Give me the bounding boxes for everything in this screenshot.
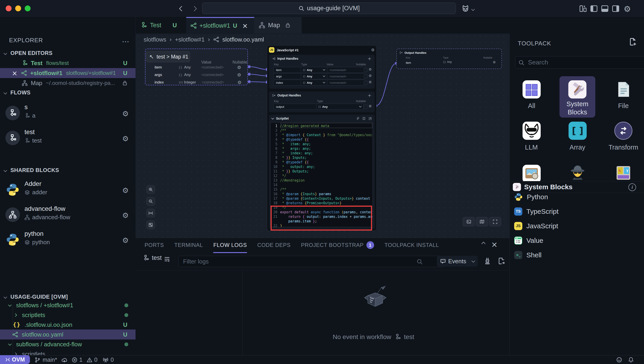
zoom-in-button[interactable] [146,185,155,194]
input-value-field[interactable]: <connected> [327,73,366,79]
toggle-right-sidebar-icon[interactable] [612,5,620,13]
panel-collapse-icon[interactable] [482,242,485,246]
category-llm-icon[interactable] [522,122,541,140]
row-gear-icon[interactable]: ⚙ [493,60,496,64]
output-key-field[interactable]: output [274,104,317,110]
input-type-select[interactable]: {} Any [301,80,328,86]
tree-item-yaml-file-selected[interactable]: slotflow.oo.yaml U [0,329,136,339]
zoom-out-button[interactable] [146,197,155,206]
open-external-icon[interactable] [368,117,372,120]
minimize-window-button[interactable] [15,6,21,11]
close-window-button[interactable] [6,6,12,11]
nullable-checkbox[interactable] [364,105,368,109]
block-item-shell[interactable]: >_ Shell [514,248,542,262]
export-logs-icon[interactable] [498,257,505,265]
log-view-mode-icon[interactable] [164,256,170,263]
block-item-typescript[interactable]: TS TypeScript [514,204,558,219]
category-all-icon[interactable] [522,80,541,98]
tree-item-subflows[interactable]: subflows / advanced-flow [0,339,136,349]
settings-gear-icon[interactable]: ⚙ [624,4,631,14]
javascript-node[interactable]: JS JavaScript #1 ⚙ Input Handles + Key T… [267,45,376,231]
docs-icon[interactable] [362,117,366,120]
flow-list-item[interactable]: s a ⚙ [6,103,136,125]
input-value-field[interactable]: <connected> [327,67,366,73]
maximize-window-button[interactable] [25,6,30,11]
input-type-select[interactable]: {} Any [301,73,328,79]
tab-test[interactable]: Test U [136,17,186,33]
workspace-chevron-icon[interactable] [4,295,6,299]
console-view-button[interactable] [463,217,475,227]
add-input-icon[interactable]: + [368,56,372,61]
assistant-chevron-icon[interactable] [472,7,474,11]
forward-icon[interactable] [192,5,199,12]
panel-tab-toolpack-install[interactable]: TOOLPACK INSTALL [384,238,439,252]
problems-status[interactable]: 1 0 [72,355,98,364]
tab-close-icon[interactable]: × [242,22,248,30]
feedback-smiley-icon[interactable] [616,357,622,363]
flow-settings-gear-icon[interactable]: ⚙ [122,109,129,118]
close-icon[interactable]: × [12,69,18,77]
git-branch-status[interactable]: main* [34,355,68,364]
panel-tab-project-bootstrap[interactable]: PROJECT BOOTSTRAP 1 [301,238,374,252]
panel-tab-ports[interactable]: PORTS [144,238,164,252]
input-value-field[interactable]: <connected> [327,80,366,86]
panel-tab-flow-logs[interactable]: FLOW LOGS [213,237,247,253]
node-gear-icon[interactable]: ⚙ [371,48,374,52]
toggle-left-sidebar-icon[interactable] [590,5,598,13]
map-node-title-chip[interactable]: ↖ test > Map #1 [146,51,190,62]
nullable-checkbox[interactable] [364,68,368,72]
tab-slotflow-active[interactable]: +slotflow#1 U × [186,17,254,33]
filter-logs-input[interactable] [178,256,444,267]
toolpack-search-input[interactable] [515,56,644,69]
output-slot-node[interactable]: Output Handles Key Type Nullable item {}… [396,49,502,69]
panel-close-icon[interactable]: × [491,240,498,249]
tab-map[interactable]: Map [254,17,302,33]
block-item-value[interactable]: Value [514,233,544,248]
category-transform-icon[interactable] [614,122,632,140]
panel-tab-code-deps[interactable]: CODE DEPS [258,238,291,252]
row-gear-icon[interactable]: ⚙ [237,65,241,70]
category-array-icon[interactable]: [ ] [568,122,587,140]
input-key-field[interactable]: args [274,73,302,79]
input-key-field[interactable]: index [274,80,302,86]
ports-status[interactable]: 0 [102,355,114,364]
block-settings-gear-icon[interactable]: ⚙ [122,186,129,195]
open-editors-chevron-icon[interactable] [4,51,6,55]
flow-settings-gear-icon[interactable]: ⚙ [122,134,129,143]
panel-tab-terminal[interactable]: TERMINAL [174,238,203,252]
input-type-select[interactable]: {} Any [301,67,328,73]
category-file-icon[interactable] [614,80,632,98]
layout-icon[interactable] [579,5,587,13]
category-system-blocks-icon[interactable] [568,80,586,98]
notifications-bell-icon[interactable] [628,357,634,363]
global-search[interactable]: usage-guide [OVM] [202,3,456,14]
block-settings-gear-icon[interactable]: ⚙ [122,236,129,245]
events-dropdown[interactable]: Events [437,256,478,267]
open-editor-item-selected[interactable]: × +slotflow#1 slotflows/+slotflow#1 U [0,68,136,78]
shared-block-item[interactable]: advanced-flow advanced-flow ⚙ [6,205,136,227]
shared-blocks-chevron-icon[interactable] [4,168,6,172]
new-file-icon[interactable] [629,38,637,46]
category-spy-icon[interactable] [568,164,587,181]
open-editor-item[interactable]: Test flows/test U [0,58,136,68]
row-gear-icon[interactable]: ⚙ [369,67,372,72]
remote-ovm-button[interactable]: OVM [0,355,30,364]
map-view-button[interactable] [476,217,488,227]
js-node-header[interactable]: JS JavaScript #1 ⚙ [269,47,374,53]
row-gear-icon[interactable]: ⚙ [238,80,242,85]
explorer-more-icon[interactable]: … [122,35,129,44]
tree-item-json-file[interactable]: {} .slotflow.ui.oo.json U [0,320,136,330]
flows-chevron-icon[interactable] [4,91,6,95]
tree-item-scriptlets[interactable]: scriptlets [0,310,136,320]
row-gear-icon[interactable]: ⚙ [369,74,372,78]
output-type-select[interactable]: {} Any [316,104,364,110]
nullable-checkbox[interactable] [364,81,368,85]
tree-item-slotflows[interactable]: slotflows / +slotflow#1 [0,300,136,310]
category-comic-icon[interactable] [614,164,632,181]
row-gear-icon[interactable]: ⚙ [369,80,372,84]
flow-canvas[interactable]: slotflows › +slotflow#1 › slotflow.oo.ya… [136,34,510,238]
log-flow-scope[interactable]: test [143,254,162,261]
attachment-icon[interactable] [356,117,360,120]
shared-block-item[interactable]: Adder adder ⚙ [6,180,136,202]
shared-block-item[interactable]: python python ⚙ [6,230,136,252]
